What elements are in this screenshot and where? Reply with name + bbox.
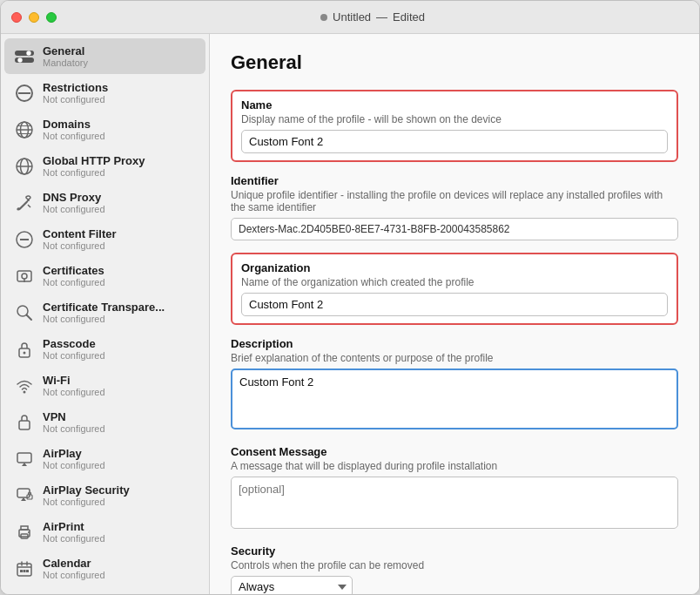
globe-icon	[15, 120, 34, 139]
sidebar-sublabel-airplay-security: Not configured	[43, 497, 130, 507]
svg-point-24	[24, 351, 26, 354]
sidebar-sublabel-cert-transparency: Not configured	[43, 314, 165, 324]
sidebar-label-calendar: Calendar	[43, 557, 105, 570]
page-title: General	[231, 51, 678, 74]
security-select-row: Always With Authorization Never	[231, 576, 678, 594]
sidebar-sublabel-restrictions: Not configured	[43, 94, 108, 105]
stop-icon	[15, 84, 34, 103]
sidebar-item-general[interactable]: General Mandatory	[4, 38, 205, 74]
minimize-button[interactable]	[29, 12, 39, 23]
sidebar-text-airplay-security: AirPlay Security Not configured	[43, 483, 130, 507]
svg-point-1	[26, 51, 31, 56]
organization-label: Organization	[241, 261, 668, 274]
window-title: Untitled	[333, 10, 371, 24]
sidebar-item-airprint[interactable]: AirPrint Not configured	[4, 514, 205, 550]
svg-point-3	[17, 57, 23, 63]
identifier-label: Identifier	[231, 174, 678, 187]
sidebar-text-general: General Mandatory	[43, 44, 88, 68]
svg-rect-26	[19, 421, 30, 429]
sidebar-sublabel-calendar: Not configured	[43, 570, 105, 580]
sidebar-text-passcode: Passcode Not configured	[43, 337, 105, 361]
airplay-icon	[15, 450, 34, 469]
sidebar-label-general: General	[43, 44, 88, 57]
description-label: Description	[231, 337, 678, 350]
wrench-icon	[15, 193, 34, 213]
titlebar: Untitled — Edited	[1, 1, 699, 34]
sidebar-sublabel-dns-proxy: Not configured	[43, 204, 105, 214]
wifi-icon	[15, 376, 34, 396]
sidebar-item-certificates[interactable]: Certificates Not configured	[4, 258, 205, 294]
organization-description: Name of the organization which created t…	[241, 276, 668, 288]
sidebar-text-content-filter: Content Filter Not configured	[43, 227, 117, 251]
sidebar-label-global-http-proxy: Global HTTP Proxy	[43, 154, 145, 167]
globe2-icon	[15, 157, 34, 176]
sidebar-label-wifi: Wi-Fi	[43, 374, 105, 387]
sidebar-item-content-filter[interactable]: Content Filter Not configured	[4, 221, 205, 257]
name-label: Name	[241, 98, 668, 112]
sidebar-text-dns-proxy: DNS Proxy Not configured	[43, 191, 105, 214]
sidebar-item-vpn[interactable]: VPN Not configured	[4, 404, 205, 440]
svg-rect-38	[20, 570, 23, 572]
sidebar-item-wifi[interactable]: Wi-Fi Not configured	[4, 368, 205, 403]
description-description: Brief explanation of the contents or pur…	[231, 352, 678, 364]
svg-rect-28	[17, 489, 30, 497]
sidebar-item-passcode[interactable]: Passcode Not configured	[4, 331, 205, 367]
svg-point-33	[28, 531, 30, 533]
sidebar-label-airplay: AirPlay	[43, 447, 105, 460]
search-icon	[15, 303, 34, 322]
sidebar-label-certificates: Certificates	[43, 264, 105, 277]
sidebar-item-domains[interactable]: Domains Not configured	[4, 112, 205, 147]
description-textarea[interactable]: Custom Font 2	[231, 368, 678, 429]
description-section: Description Brief explanation of the con…	[231, 337, 678, 433]
sidebar-label-airprint: AirPrint	[43, 520, 105, 533]
consent-section: Consent Message A message that will be d…	[231, 445, 678, 532]
lock-icon	[15, 340, 34, 359]
consent-textarea[interactable]	[231, 477, 678, 529]
sidebar-text-cert-transparency: Certificate Transpare... Not configured	[43, 301, 165, 324]
sidebar-item-dns-proxy[interactable]: DNS Proxy Not configured	[4, 185, 205, 220]
sidebar-text-certificates: Certificates Not configured	[43, 264, 105, 287]
maximize-button[interactable]	[46, 12, 57, 23]
sidebar-item-airplay[interactable]: AirPlay Not configured	[4, 441, 205, 477]
toggle-icon	[15, 47, 34, 66]
svg-point-25	[24, 390, 26, 393]
sidebar-text-restrictions: Restrictions Not configured	[43, 81, 108, 105]
sidebar-label-cert-transparency: Certificate Transpare...	[43, 301, 165, 314]
organization-section: Organization Name of the organization wh…	[231, 253, 678, 325]
certificate-icon	[15, 267, 34, 286]
organization-input[interactable]	[241, 293, 668, 316]
svg-line-22	[27, 314, 32, 320]
sidebar-sublabel-airplay: Not configured	[43, 460, 105, 470]
sidebar-text-calendar: Calendar Not configured	[43, 557, 105, 580]
identifier-section: Identifier Unique profile identifier - i…	[231, 174, 678, 240]
sidebar-sublabel-content-filter: Not configured	[43, 240, 117, 251]
sidebar-sublabel-certificates: Not configured	[43, 277, 105, 287]
sidebar-label-passcode: Passcode	[43, 337, 105, 350]
close-button[interactable]	[11, 12, 22, 23]
name-input[interactable]	[241, 130, 668, 153]
sidebar-text-domains: Domains Not configured	[43, 118, 105, 141]
calendar-icon	[15, 559, 34, 578]
main-layout: General Mandatory Restrictions Not confi…	[1, 34, 699, 594]
svg-rect-40	[26, 570, 29, 572]
sidebar-label-dns-proxy: DNS Proxy	[43, 191, 105, 204]
svg-point-14	[18, 207, 20, 209]
sidebar-item-restrictions[interactable]: Restrictions Not configured	[4, 75, 205, 111]
svg-rect-39	[24, 570, 26, 572]
svg-rect-27	[17, 453, 31, 463]
svg-point-19	[22, 274, 27, 279]
titlebar-center: Untitled — Edited	[57, 10, 689, 24]
security-select[interactable]: Always With Authorization Never	[231, 576, 353, 594]
sidebar-sublabel-airprint: Not configured	[43, 533, 105, 544]
sidebar-item-cert-transparency[interactable]: Certificate Transpare... Not configured	[4, 294, 205, 330]
sidebar-text-global-http-proxy: Global HTTP Proxy Not configured	[43, 154, 145, 178]
sidebar-sublabel-domains: Not configured	[43, 131, 105, 141]
sidebar-item-calendar[interactable]: Calendar Not configured	[4, 551, 205, 586]
sidebar-sublabel-passcode: Not configured	[43, 350, 105, 361]
document-icon	[320, 14, 327, 21]
identifier-description: Unique profile identifier - installing t…	[231, 189, 678, 213]
sidebar-text-vpn: VPN Not configured	[43, 410, 105, 434]
sidebar-item-airplay-security[interactable]: AirPlay Security Not configured	[4, 477, 205, 513]
sidebar-label-airplay-security: AirPlay Security	[43, 483, 130, 497]
sidebar-item-global-http-proxy[interactable]: Global HTTP Proxy Not configured	[4, 148, 205, 184]
